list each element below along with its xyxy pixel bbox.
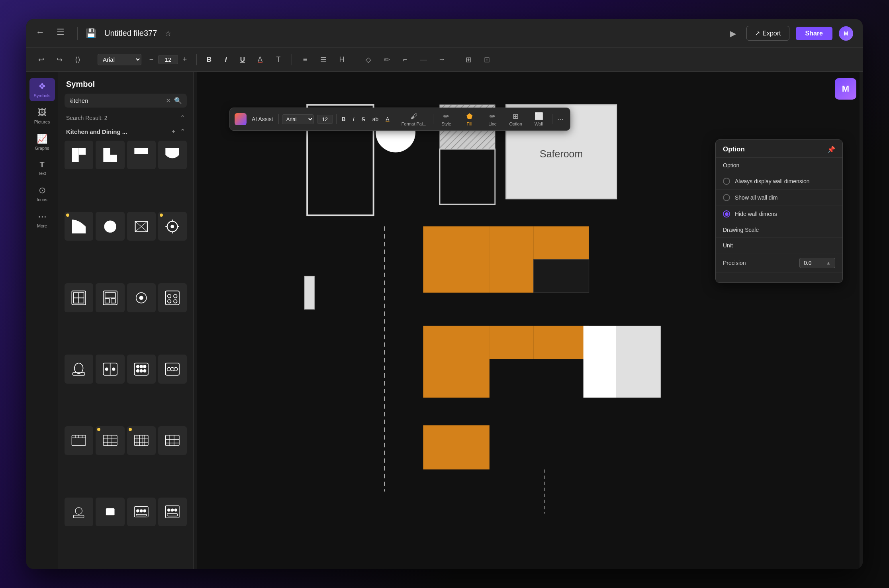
back-button[interactable]: ← [36, 27, 49, 40]
symbol-item[interactable] [127, 283, 156, 312]
float-strikethrough-button[interactable]: S̶ [360, 115, 367, 123]
border-button[interactable]: ⊞ [462, 53, 475, 67]
collapse-button[interactable]: ⌃ [180, 114, 185, 122]
play-button[interactable]: ▶ [726, 26, 740, 41]
collapse-category-button[interactable]: ⌃ [180, 128, 185, 135]
text-button[interactable]: T [272, 53, 285, 67]
hide-wall-radio[interactable] [723, 210, 730, 218]
symbol-item[interactable] [158, 212, 187, 241]
align-button[interactable]: ≡ [298, 53, 312, 67]
always-display-row[interactable]: Always display wall dimension [716, 173, 842, 190]
symbol-item[interactable] [96, 212, 124, 241]
always-display-radio[interactable] [723, 178, 730, 185]
svg-point-42 [140, 370, 143, 372]
undo-button[interactable]: ↩ [34, 53, 48, 67]
float-italic-button[interactable]: I [351, 115, 356, 123]
float-fill-tab[interactable]: ⬟ Fill [460, 110, 480, 128]
float-font-select[interactable]: Arial [282, 114, 314, 124]
chevron-up-icon[interactable]: ▲ [826, 260, 831, 266]
symbol-item[interactable] [65, 283, 93, 312]
float-option-tab[interactable]: ⊞ Option [506, 110, 526, 128]
svg-point-76 [143, 510, 146, 513]
symbol-item[interactable] [65, 355, 93, 383]
search-clear-icon[interactable]: ✕ [166, 97, 171, 104]
connector-button[interactable]: ⌐ [398, 53, 412, 67]
svg-point-46 [171, 367, 174, 371]
symbol-item[interactable] [96, 283, 124, 312]
erase-button[interactable]: ⟨⟩ [71, 53, 84, 67]
symbol-item[interactable] [96, 426, 124, 455]
shape-button[interactable]: ◇ [362, 53, 375, 67]
show-all-radio[interactable] [723, 194, 730, 201]
symbol-item[interactable] [65, 498, 93, 526]
underline-button[interactable]: U [237, 54, 249, 66]
float-style-tab[interactable]: ✏ Style [437, 110, 456, 128]
show-all-row[interactable]: Show all wall dim [716, 190, 842, 206]
sidebar-item-more[interactable]: ⋯ More [29, 208, 55, 231]
search-input[interactable] [69, 97, 163, 104]
float-wrap-button[interactable]: ab [370, 115, 381, 123]
font-color-button[interactable]: A [253, 53, 267, 67]
symbol-item[interactable] [158, 426, 187, 455]
list-button[interactable]: ☰ [317, 53, 330, 67]
svg-rect-82 [167, 514, 178, 516]
favorite-button[interactable]: ☆ [165, 29, 171, 38]
symbol-item[interactable] [96, 141, 124, 169]
font-decrease-button[interactable]: − [146, 55, 157, 65]
bold-button[interactable]: B [203, 54, 215, 66]
symbol-item[interactable] [96, 355, 124, 383]
float-font-size[interactable] [317, 115, 333, 124]
add-category-button[interactable]: + [172, 128, 175, 135]
svg-rect-21 [105, 292, 115, 298]
sidebar-item-graphs[interactable]: 📈 Graphs [29, 131, 55, 154]
sidebar-item-pictures[interactable]: 🖼 Pictures [29, 104, 55, 127]
line-button[interactable]: — [417, 53, 430, 67]
font-increase-button[interactable]: + [180, 55, 190, 65]
hide-wall-row[interactable]: Hide wall dimens [716, 206, 842, 222]
font-select[interactable]: Arial [98, 54, 141, 65]
arrow-button[interactable]: → [435, 53, 448, 67]
svg-rect-18 [74, 298, 79, 303]
menu-button[interactable]: ☰ [57, 27, 69, 40]
export-icon: ↗ [755, 29, 760, 37]
symbol-item[interactable] [65, 141, 93, 169]
precision-input[interactable]: 0.0 ▲ [799, 258, 835, 268]
pen-button[interactable]: ✏ [380, 53, 394, 67]
grid-button[interactable]: ⊡ [480, 53, 493, 67]
float-line-tab[interactable]: ✏ Line [483, 110, 503, 128]
symbol-item[interactable] [65, 426, 93, 455]
symbol-item[interactable] [127, 426, 156, 455]
symbol-item[interactable] [127, 141, 156, 169]
svg-rect-19 [79, 298, 84, 303]
svg-rect-2 [103, 148, 110, 162]
italic-button[interactable]: I [220, 54, 232, 66]
symbol-item[interactable] [127, 498, 156, 526]
symbol-item[interactable] [127, 355, 156, 383]
redo-button[interactable]: ↪ [53, 53, 66, 67]
symbol-item[interactable] [158, 498, 187, 526]
float-font-color-button[interactable]: A [384, 115, 391, 123]
export-button[interactable]: ↗ Export [746, 26, 789, 41]
symbol-item[interactable] [158, 283, 187, 312]
float-more-button[interactable]: ⋯ [556, 114, 565, 125]
canvas-area[interactable]: Saferoom [194, 72, 863, 569]
sidebar-item-symbols[interactable]: ❖ Symbols [29, 78, 55, 101]
symbol-item[interactable] [65, 212, 93, 241]
font-size-input[interactable] [158, 55, 178, 64]
pin-icon[interactable]: 📌 [827, 146, 835, 153]
float-format-paint-tab[interactable]: 🖌 Format Pai... [398, 111, 430, 128]
symbol-item[interactable] [96, 498, 124, 526]
search-icon[interactable]: 🔍 [174, 97, 182, 104]
float-wall-tab[interactable]: ⬜ Wall [529, 110, 549, 128]
symbol-item[interactable] [158, 141, 187, 169]
symbol-item[interactable] [127, 212, 156, 241]
drawing-scale-row: Drawing Scale [716, 222, 842, 238]
svg-point-29 [168, 300, 171, 303]
heading-button[interactable]: H [335, 53, 349, 67]
float-bold-button[interactable]: B [340, 115, 348, 123]
sidebar-item-text[interactable]: T Text [29, 157, 55, 179]
ai-assist-button[interactable]: AI Assist [250, 115, 275, 123]
sidebar-item-icons[interactable]: ⊙ Icons [29, 182, 55, 205]
symbol-item[interactable] [158, 355, 187, 383]
share-button[interactable]: Share [796, 27, 832, 40]
